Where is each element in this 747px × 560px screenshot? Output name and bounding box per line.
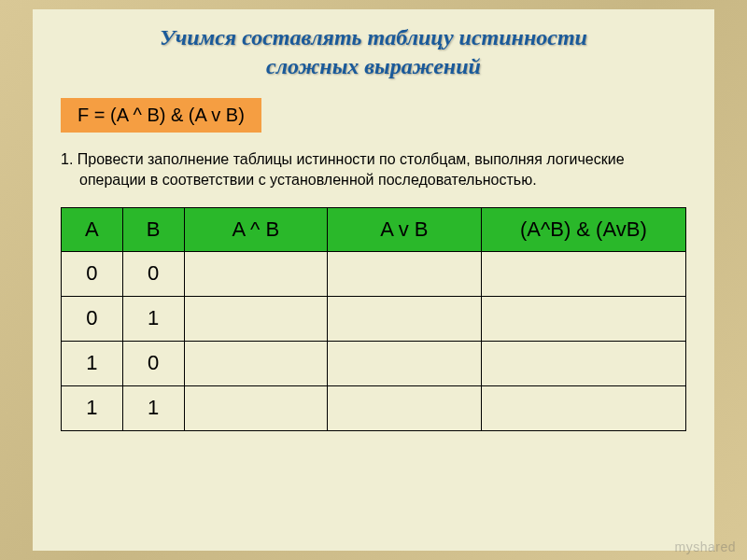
- watermark: myshared: [675, 539, 736, 554]
- th-and: A ^ B: [184, 207, 328, 251]
- instruction-number: 1.: [61, 151, 73, 167]
- cell-and: [184, 385, 328, 430]
- cell-or: [328, 296, 482, 341]
- cell-and: [184, 296, 328, 341]
- formula-box: F = (A ^ B) & (A v B): [61, 98, 261, 133]
- cell-b: 0: [122, 341, 184, 385]
- cell-or: [328, 341, 482, 385]
- table-row: 1 0: [62, 341, 686, 385]
- cell-result: [481, 341, 685, 385]
- cell-result: [481, 296, 685, 341]
- th-b: B: [122, 207, 184, 251]
- cell-or: [328, 251, 482, 296]
- title-line-1: Учимся составлять таблицу истинности: [160, 25, 587, 49]
- cell-a: 0: [62, 296, 123, 341]
- table-header-row: A B A ^ B A v B (A^B) & (AvB): [62, 207, 686, 251]
- table-row: 0 1: [62, 296, 686, 341]
- cell-b: 1: [122, 296, 184, 341]
- cell-or: [328, 385, 482, 430]
- th-a: A: [62, 207, 123, 251]
- page-title: Учимся составлять таблицу истинности сло…: [61, 23, 686, 81]
- cell-result: [481, 251, 685, 296]
- cell-result: [481, 385, 685, 430]
- th-or: A v B: [328, 207, 482, 251]
- instruction-body: Провести заполнение таблицы истинности п…: [78, 151, 625, 188]
- cell-b: 1: [122, 385, 184, 430]
- cell-and: [184, 251, 328, 296]
- table-row: 0 0: [62, 251, 686, 296]
- table-row: 1 1: [62, 385, 686, 430]
- slide-container: Учимся составлять таблицу истинности сло…: [33, 9, 714, 551]
- cell-a: 0: [62, 251, 123, 296]
- cell-a: 1: [62, 341, 123, 385]
- cell-a: 1: [62, 385, 123, 430]
- formula-text: F = (A ^ B) & (A v B): [78, 105, 245, 125]
- title-line-2: сложных выражений: [266, 54, 481, 78]
- cell-and: [184, 341, 328, 385]
- instruction-text: 1. Провести заполнение таблицы истинност…: [61, 149, 686, 189]
- cell-b: 0: [122, 251, 184, 296]
- th-result: (A^B) & (AvB): [481, 207, 685, 251]
- truth-table: A B A ^ B A v B (A^B) & (AvB) 0 0 0 1: [61, 207, 686, 431]
